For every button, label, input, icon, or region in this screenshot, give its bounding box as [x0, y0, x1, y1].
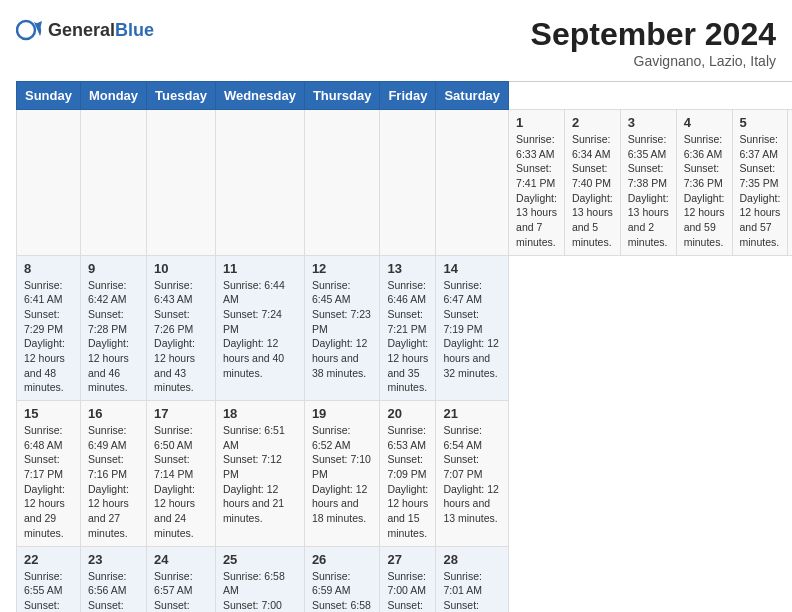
day-info: Sunrise: 6:54 AM Sunset: 7:07 PM Dayligh… — [443, 423, 501, 526]
sunset-label: Sunset: 7:24 PM — [223, 308, 282, 335]
sunrise-label: Sunrise: 6:55 AM — [24, 570, 63, 597]
daylight-label: Daylight: 12 hours and 13 minutes. — [443, 483, 498, 524]
sunrise-label: Sunrise: 6:41 AM — [24, 279, 63, 306]
sunset-label: Sunset: 7:28 PM — [88, 308, 127, 335]
sunset-label: Sunset: 7:07 PM — [443, 453, 482, 480]
day-number: 10 — [154, 261, 208, 276]
day-info: Sunrise: 6:33 AM Sunset: 7:41 PM Dayligh… — [516, 132, 557, 250]
day-number: 2 — [572, 115, 613, 130]
sunrise-label: Sunrise: 6:54 AM — [443, 424, 482, 451]
sunrise-label: Sunrise: 7:01 AM — [443, 570, 482, 597]
daylight-label: Daylight: 12 hours and 43 minutes. — [154, 337, 195, 393]
table-row: 22 Sunrise: 6:55 AM Sunset: 7:05 PM Dayl… — [17, 546, 81, 612]
sunrise-label: Sunrise: 6:46 AM — [387, 279, 426, 306]
sunrise-label: Sunrise: 6:44 AM — [223, 279, 285, 306]
sunrise-label: Sunrise: 6:57 AM — [154, 570, 193, 597]
col-saturday: Saturday — [436, 82, 509, 110]
day-number: 9 — [88, 261, 139, 276]
logo-text: GeneralBlue — [48, 20, 154, 41]
day-number: 22 — [24, 552, 73, 567]
logo: GeneralBlue — [16, 16, 154, 44]
table-row — [17, 110, 81, 256]
sunset-label: Sunset: 7:19 PM — [443, 308, 482, 335]
sunset-label: Sunset: 7:09 PM — [387, 453, 426, 480]
table-row — [304, 110, 380, 256]
table-row: 14 Sunrise: 6:47 AM Sunset: 7:19 PM Dayl… — [436, 255, 509, 401]
day-number: 20 — [387, 406, 428, 421]
day-info: Sunrise: 6:43 AM Sunset: 7:26 PM Dayligh… — [154, 278, 208, 396]
day-number: 12 — [312, 261, 373, 276]
day-info: Sunrise: 6:34 AM Sunset: 7:40 PM Dayligh… — [572, 132, 613, 250]
table-row: 4 Sunrise: 6:36 AM Sunset: 7:36 PM Dayli… — [676, 110, 732, 256]
calendar-table: Sunday Monday Tuesday Wednesday Thursday… — [16, 81, 792, 612]
table-row: 2 Sunrise: 6:34 AM Sunset: 7:40 PM Dayli… — [564, 110, 620, 256]
sunset-label: Sunset: 6:57 PM — [387, 599, 426, 612]
day-info: Sunrise: 6:50 AM Sunset: 7:14 PM Dayligh… — [154, 423, 208, 541]
calendar-week-row: 1 Sunrise: 6:33 AM Sunset: 7:41 PM Dayli… — [17, 110, 793, 256]
day-info: Sunrise: 6:49 AM Sunset: 7:16 PM Dayligh… — [88, 423, 139, 541]
sunrise-label: Sunrise: 6:59 AM — [312, 570, 351, 597]
daylight-label: Daylight: 12 hours and 38 minutes. — [312, 337, 367, 378]
sunrise-label: Sunrise: 6:51 AM — [223, 424, 285, 451]
sunrise-label: Sunrise: 6:58 AM — [223, 570, 285, 597]
daylight-label: Daylight: 12 hours and 18 minutes. — [312, 483, 367, 524]
day-number: 17 — [154, 406, 208, 421]
sunrise-label: Sunrise: 6:45 AM — [312, 279, 351, 306]
day-info: Sunrise: 6:35 AM Sunset: 7:38 PM Dayligh… — [628, 132, 669, 250]
table-row: 16 Sunrise: 6:49 AM Sunset: 7:16 PM Dayl… — [80, 401, 146, 547]
sunrise-label: Sunrise: 7:00 AM — [387, 570, 426, 597]
sunrise-label: Sunrise: 6:52 AM — [312, 424, 351, 451]
day-number: 8 — [24, 261, 73, 276]
day-info: Sunrise: 6:53 AM Sunset: 7:09 PM Dayligh… — [387, 423, 428, 541]
day-number: 21 — [443, 406, 501, 421]
col-tuesday: Tuesday — [147, 82, 216, 110]
day-info: Sunrise: 7:01 AM Sunset: 6:55 PM Dayligh… — [443, 569, 501, 613]
sunrise-label: Sunrise: 6:42 AM — [88, 279, 127, 306]
day-info: Sunrise: 6:52 AM Sunset: 7:10 PM Dayligh… — [312, 423, 373, 526]
day-info: Sunrise: 6:57 AM Sunset: 7:02 PM Dayligh… — [154, 569, 208, 613]
daylight-label: Daylight: 12 hours and 46 minutes. — [88, 337, 129, 393]
sunset-label: Sunset: 7:02 PM — [154, 599, 193, 612]
day-info: Sunrise: 6:45 AM Sunset: 7:23 PM Dayligh… — [312, 278, 373, 381]
daylight-label: Daylight: 12 hours and 57 minutes. — [740, 192, 781, 248]
day-number: 3 — [628, 115, 669, 130]
sunrise-label: Sunrise: 6:56 AM — [88, 570, 127, 597]
sunset-label: Sunset: 7:17 PM — [24, 453, 63, 480]
day-info: Sunrise: 6:48 AM Sunset: 7:17 PM Dayligh… — [24, 423, 73, 541]
page-header: GeneralBlue September 2024 Gavignano, La… — [16, 16, 776, 69]
col-wednesday: Wednesday — [215, 82, 304, 110]
daylight-label: Daylight: 12 hours and 24 minutes. — [154, 483, 195, 539]
day-number: 1 — [516, 115, 557, 130]
table-row: 20 Sunrise: 6:53 AM Sunset: 7:09 PM Dayl… — [380, 401, 436, 547]
sunrise-label: Sunrise: 6:53 AM — [387, 424, 426, 451]
col-friday: Friday — [380, 82, 436, 110]
daylight-label: Daylight: 12 hours and 59 minutes. — [684, 192, 725, 248]
month-title: September 2024 — [531, 16, 776, 53]
sunset-label: Sunset: 7:16 PM — [88, 453, 127, 480]
sunset-label: Sunset: 7:23 PM — [312, 308, 371, 335]
day-number: 19 — [312, 406, 373, 421]
table-row: 17 Sunrise: 6:50 AM Sunset: 7:14 PM Dayl… — [147, 401, 216, 547]
day-number: 13 — [387, 261, 428, 276]
day-number: 28 — [443, 552, 501, 567]
sunrise-label: Sunrise: 6:48 AM — [24, 424, 63, 451]
table-row: 10 Sunrise: 6:43 AM Sunset: 7:26 PM Dayl… — [147, 255, 216, 401]
calendar-header-row: Sunday Monday Tuesday Wednesday Thursday… — [17, 82, 793, 110]
day-info: Sunrise: 6:58 AM Sunset: 7:00 PM Dayligh… — [223, 569, 297, 613]
sunrise-label: Sunrise: 6:37 AM — [740, 133, 779, 160]
daylight-label: Daylight: 13 hours and 5 minutes. — [572, 192, 613, 248]
daylight-label: Daylight: 12 hours and 40 minutes. — [223, 337, 284, 378]
table-row: 21 Sunrise: 6:54 AM Sunset: 7:07 PM Dayl… — [436, 401, 509, 547]
day-number: 18 — [223, 406, 297, 421]
daylight-label: Daylight: 12 hours and 29 minutes. — [24, 483, 65, 539]
calendar-week-row: 15 Sunrise: 6:48 AM Sunset: 7:17 PM Dayl… — [17, 401, 793, 547]
sunrise-label: Sunrise: 6:49 AM — [88, 424, 127, 451]
sunset-label: Sunset: 6:55 PM — [443, 599, 482, 612]
day-info: Sunrise: 6:56 AM Sunset: 7:03 PM Dayligh… — [88, 569, 139, 613]
table-row: 11 Sunrise: 6:44 AM Sunset: 7:24 PM Dayl… — [215, 255, 304, 401]
table-row: 5 Sunrise: 6:37 AM Sunset: 7:35 PM Dayli… — [732, 110, 788, 256]
table-row: 25 Sunrise: 6:58 AM Sunset: 7:00 PM Dayl… — [215, 546, 304, 612]
location-subtitle: Gavignano, Lazio, Italy — [531, 53, 776, 69]
day-info: Sunrise: 6:46 AM Sunset: 7:21 PM Dayligh… — [387, 278, 428, 396]
sunset-label: Sunset: 7:26 PM — [154, 308, 193, 335]
